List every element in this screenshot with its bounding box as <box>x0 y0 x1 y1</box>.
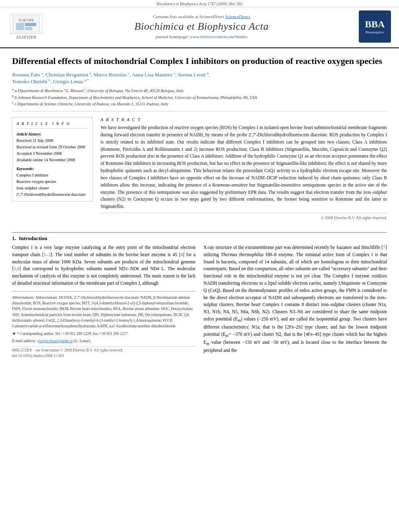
footnotes-area: Abbreviations: Abbreviations: DCFDA, 2',… <box>12 291 195 344</box>
issn-line: 0005-2728/$ – see front matter © 2008 El… <box>12 348 123 352</box>
journal-name: Biochimica et Biophysica Acta <box>44 21 359 33</box>
article-title: Differential effects of mitochondrial Co… <box>12 55 387 67</box>
received-date-1: Received 31 July 2008 <box>16 138 88 144</box>
keyword-2: Reactive oxygen species <box>16 179 88 185</box>
intro-left: Complex I is a very large enzyme catalyz… <box>12 244 195 358</box>
section-1-title: 1. Introduction <box>12 235 387 242</box>
elsevier-logo-image: ELSEVIER <box>10 14 42 34</box>
elsevier-text: ELSEVIER <box>16 35 36 39</box>
article-info-box: A R T I C L E I N F O Article history: R… <box>12 117 93 201</box>
svg-rect-4 <box>25 27 32 30</box>
keywords-label: Keywords: <box>16 166 88 172</box>
intro-two-col: Complex I is a very large enzyme catalyz… <box>12 244 387 358</box>
abstract-heading: A B S T R A C T <box>101 117 387 122</box>
journal-homepage: journal homepage: www.elsevier.com/locat… <box>44 34 359 39</box>
article-title-section: Differential effects of mitochondrial Co… <box>12 48 387 111</box>
intro-right-para: X-ray structure of the extramembrane par… <box>204 244 387 354</box>
volume-page-info: Biochimica et Biophysica Acta 1787 (2009… <box>156 2 242 6</box>
intro-right: X-ray structure of the extramembrane par… <box>204 244 387 358</box>
article-info-heading: A R T I C L E I N F O <box>16 121 88 129</box>
svg-rect-3 <box>25 23 36 26</box>
intro-left-para: Complex I is a very large enzyme catalyz… <box>12 244 195 287</box>
copyright-line: © 2008 Elsevier B.V. All rights reserved… <box>101 213 387 222</box>
abstract-text: We have investigated the production of r… <box>101 124 387 210</box>
article-info-abstract: A R T I C L E I N F O Article history: R… <box>12 111 387 228</box>
sciencedirect-notice: Contents lists available at ScienceDirec… <box>44 14 359 19</box>
journal-header: Biochimica et Biophysica Acta 1787 (2009… <box>0 0 399 48</box>
abbreviations-footnote: Abbreviations: Abbreviations: DCFDA, 2',… <box>12 295 195 329</box>
top-bar: Biochimica et Biophysica Acta 1787 (2009… <box>0 0 399 7</box>
journal-title-bar: ELSEVIER ELSEVIER Contents lists availab… <box>0 7 399 46</box>
available-date: Available online 14 November 2008 <box>16 157 88 163</box>
abstract-section: A B S T R A C T We have investigated the… <box>101 117 387 210</box>
journal-title-center: Contents lists available at ScienceDirec… <box>44 14 359 39</box>
section-divider <box>12 232 387 233</box>
keyword-4: 2',7'-Dichlorodilhydrofluorescein diacet… <box>16 191 88 198</box>
bottom-bar: 0005-2728/$ – see front matter © 2008 El… <box>12 346 195 354</box>
elsevier-logo: ELSEVIER ELSEVIER <box>8 14 44 39</box>
main-content: Differential effects of mitochondrial Co… <box>0 48 399 358</box>
email-footnote: E-mail address: giorgio.lenaz@unibo.it (… <box>12 338 195 344</box>
email-link[interactable]: giorgio.lenaz@unibo.it <box>37 339 73 343</box>
svg-rect-2 <box>16 23 24 30</box>
svg-text:ELSEVIER: ELSEVIER <box>19 18 34 22</box>
sciencedirect-link[interactable]: ScienceDirect <box>225 14 250 19</box>
authors-line: Romana Fato a, Christian Bergamini a, Ma… <box>12 71 387 85</box>
article-info-column: A R T I C L E I N F O Article history: R… <box>12 117 93 222</box>
keyword-3: Iron–sulphur cluster <box>16 185 88 191</box>
affiliations: a a Dipartimento di Biochimica "G. Moruz… <box>12 87 387 107</box>
abstract-column: A B S T R A C T We have investigated the… <box>101 117 387 222</box>
journal-homepage-link[interactable]: www.elsevier.com/locate/bbabio <box>190 34 247 39</box>
history-label: Article history: <box>16 131 88 138</box>
accepted-date: Accepted 3 November 2008 <box>16 150 88 157</box>
bba-logo: BBA Bioenergetics <box>359 10 391 43</box>
received-date-2: Received in revised form 29 October 2008 <box>16 144 88 150</box>
keyword-1: Complex I inhibitor <box>16 172 88 179</box>
doi-line: doi:10.1016/j.bbabio.2008.11.003 <box>12 354 195 358</box>
corresponding-author-footnote: ★ * Corresponding author. Tel.: +39 051 … <box>12 330 195 337</box>
